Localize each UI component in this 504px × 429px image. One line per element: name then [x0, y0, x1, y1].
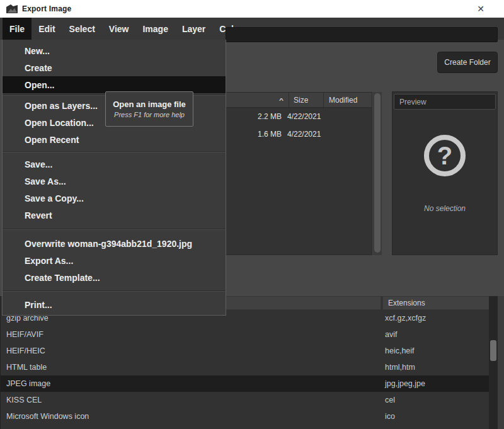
no-selection-label: No selection — [392, 204, 497, 213]
file-type-row[interactable]: HEIF/HEIC heic,heif — [1, 343, 490, 359]
file-type-name: HTML table — [1, 363, 381, 372]
file-type-row[interactable]: Microsoft Windows icon ico — [1, 408, 490, 425]
file-type-ext: xcf.gz,xcfgz — [381, 314, 488, 323]
file-type-row[interactable]: KISS CEL cel — [1, 392, 490, 408]
file-menu-dropdown: New... Create Open... Open as Layers... … — [2, 40, 226, 316]
create-folder-button[interactable]: Create Folder — [437, 52, 498, 73]
file-type-ext: ico — [381, 412, 488, 421]
menu-item-open[interactable]: Open... — [3, 76, 226, 93]
file-type-ext: cel — [381, 396, 488, 404]
menu-separator — [3, 290, 226, 292]
file-type-name: Microsoft Windows icon — [1, 412, 381, 421]
menu-image[interactable]: Image — [135, 18, 175, 40]
file-type-row[interactable]: MNG animation — [1, 425, 490, 429]
preview-header: Preview — [394, 94, 496, 110]
filename-input[interactable] — [226, 27, 498, 42]
menu-file[interactable]: File — [3, 18, 32, 40]
sort-ascending-icon: ^ — [279, 96, 284, 103]
file-modified: 4/22/2021 — [282, 112, 335, 121]
file-type-ext: heic,heif — [381, 346, 488, 355]
scrollbar-thumb[interactable] — [490, 340, 496, 361]
menu-separator — [3, 151, 226, 152]
tooltip-title: Open an image file — [113, 100, 186, 109]
menu-item-export-as[interactable]: Export As... — [3, 252, 226, 269]
size-column-header[interactable]: Size — [289, 93, 324, 107]
app-icon — [6, 4, 18, 14]
scrollbar-thumb[interactable] — [374, 93, 381, 253]
file-modified: 4/22/2021 — [282, 130, 335, 139]
file-type-ext: jpg,jpeg,jpe — [381, 379, 488, 388]
file-type-name: KISS CEL — [1, 396, 381, 404]
menu-layer[interactable]: Layer — [175, 18, 212, 40]
close-icon[interactable]: ✕ — [474, 3, 488, 15]
modified-column-header[interactable]: Modified — [324, 93, 372, 107]
menu-item-save-as[interactable]: Save As... — [3, 173, 226, 190]
extensions-column-header[interactable]: Extensions — [382, 296, 490, 310]
file-type-name: JPEG image — [1, 379, 381, 388]
menu-edit[interactable]: Edit — [32, 18, 62, 40]
file-type-name: HEIF/HEIC — [1, 346, 381, 355]
export-image-window: Export Image ✕ File Edit Select View Ima… — [0, 0, 504, 429]
menu-view[interactable]: View — [102, 18, 136, 40]
menu-item-save[interactable]: Save... — [3, 156, 226, 173]
menu-item-create-template[interactable]: Create Template... — [3, 269, 226, 286]
file-type-row-selected[interactable]: JPEG image jpg,jpeg,jpe — [1, 375, 490, 392]
file-type-ext: html,htm — [381, 363, 488, 372]
menu-item-revert[interactable]: Revert — [3, 207, 226, 224]
file-type-scrollbar[interactable] — [489, 296, 498, 429]
menu-item-create[interactable]: Create — [3, 59, 226, 76]
menu-item-new[interactable]: New... — [3, 42, 226, 59]
menu-select[interactable]: Select — [62, 18, 102, 40]
tooltip: Open an image file Press F1 for more hel… — [105, 91, 193, 127]
tooltip-subtitle: Press F1 for more help — [114, 111, 185, 118]
menu-item-open-recent[interactable]: Open Recent — [3, 131, 226, 148]
menu-item-print[interactable]: Print... — [3, 296, 226, 313]
right-margin-strip — [498, 296, 504, 429]
file-type-list: File Type Extensions gzip archive xcf.gz… — [0, 296, 504, 429]
question-mark-icon: ? — [424, 135, 466, 176]
file-type-name: HEIF/AVIF — [1, 330, 381, 339]
file-type-ext: avif — [381, 330, 488, 339]
file-type-row[interactable]: HEIF/AVIF avif — [1, 326, 490, 343]
menu-separator — [3, 229, 226, 230]
menu-item-save-a-copy[interactable]: Save a Copy... — [3, 190, 226, 207]
titlebar: Export Image ✕ — [0, 0, 504, 18]
file-list-scrollbar[interactable] — [373, 92, 382, 255]
file-type-row[interactable]: HTML table html,htm — [1, 359, 490, 375]
window-title: Export Image — [22, 4, 71, 13]
preview-panel: Preview ? No selection — [392, 91, 498, 255]
menu-item-overwrite[interactable]: Overwrite woman-g394abb21d_1920.jpg — [3, 235, 226, 252]
